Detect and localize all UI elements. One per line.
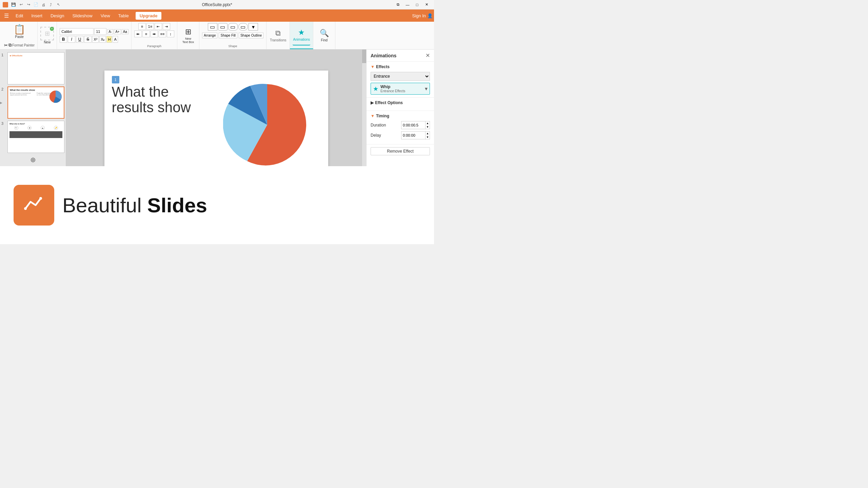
duration-up-button[interactable]: ▲ — [426, 121, 430, 125]
pie-chart — [223, 81, 311, 169]
duration-down-button[interactable]: ▼ — [426, 125, 430, 129]
paste-button[interactable]: 📋 Paste — [4, 23, 35, 39]
share-button[interactable]: ⤴ — [47, 1, 54, 8]
promo-text-bold: Slides — [147, 194, 207, 217]
effects-arrow: ▼ — [371, 64, 375, 69]
underline-button[interactable]: U — [76, 36, 83, 43]
effect-options-section: ▶ Effect Options — [367, 98, 434, 111]
font-name-input[interactable] — [60, 28, 94, 35]
scroll-thumb[interactable] — [362, 50, 366, 63]
svg-point-1 — [24, 207, 27, 210]
panel-close-button[interactable]: ✕ — [426, 52, 430, 59]
transitions-button[interactable]: ⧉ Transitions — [269, 25, 287, 46]
clear-format-button[interactable]: Aa — [122, 29, 129, 34]
slide-2-thumbnail[interactable]: What the results show We know security i… — [7, 86, 64, 119]
shape-fill-button[interactable]: Shape Fill — [219, 33, 237, 38]
rectangle-button[interactable]: ▭ — [208, 23, 217, 31]
slide-3-title-thumb: What else is there? — [9, 123, 62, 125]
slide-3-thumbnail[interactable]: What else is there? 🛡 ⚙ ☁ 🔑 — [7, 121, 64, 153]
align-right-button[interactable]: ➡ — [151, 31, 158, 37]
panel-header: Animations ✕ — [367, 50, 434, 62]
print-button[interactable]: 🖨 — [40, 1, 47, 8]
subscript-button[interactable]: X₂ — [99, 36, 106, 43]
add-slide-button[interactable]: ⊕ — [1, 155, 64, 164]
effects-header[interactable]: ▼ Effects — [371, 64, 430, 69]
slide-2-pie-thumb — [49, 90, 62, 103]
menu-view[interactable]: View — [97, 9, 114, 22]
upgrade-button[interactable]: Upgrade — [136, 12, 162, 20]
menu-design[interactable]: Design — [46, 9, 68, 22]
new-group: ⊞ + New — [38, 22, 57, 49]
new-text-box-button[interactable]: ⊞ NewText Box — [180, 25, 196, 46]
window-title: OfficeSuite.pptx* — [202, 2, 232, 7]
effect-type-select[interactable]: Entrance — [371, 72, 430, 81]
new-doc-button[interactable]: 📄 — [33, 1, 39, 8]
font-size-input[interactable] — [94, 28, 106, 35]
paste-label: Paste — [15, 35, 24, 39]
indent-decrease-button[interactable]: ⇤ — [155, 23, 162, 30]
numbered-list-button[interactable]: 1≡ — [146, 23, 154, 30]
copy-icon: ⧉ — [8, 42, 12, 48]
font-size-decrease[interactable]: A- — [107, 29, 113, 34]
effect-dropdown-icon[interactable]: ▾ — [425, 85, 428, 92]
remove-effect-button[interactable]: Remove Effect — [371, 147, 430, 155]
redo-button[interactable]: ↪ — [25, 1, 32, 8]
delay-down-button[interactable]: ▼ — [426, 135, 430, 139]
menu-slideshow[interactable]: Slideshow — [68, 9, 96, 22]
add-slide-icon: ⊕ — [30, 156, 36, 164]
close-button[interactable]: ✕ — [422, 1, 431, 8]
font-color-button[interactable]: A — [113, 36, 118, 43]
new-badge: + — [50, 27, 54, 31]
paste-icon: 📋 — [14, 24, 25, 35]
pointer-button[interactable]: ↖ — [55, 1, 62, 8]
arrange-button[interactable]: Arrange — [202, 33, 218, 38]
bullet-list-button[interactable]: ≡ — [138, 23, 146, 30]
tile-button[interactable]: ⧉ — [393, 1, 403, 8]
more-shapes-button[interactable]: ▾ — [249, 23, 258, 31]
line-spacing-button[interactable]: ↕ — [167, 31, 174, 37]
sign-in-button[interactable]: Sign In 👤 — [412, 13, 433, 18]
find-button[interactable]: 🔍 Find — [316, 25, 332, 46]
slide-1-thumbnail[interactable]: ■ OfficeSuite — [7, 52, 64, 84]
justify-button[interactable]: ≡≡ — [159, 31, 166, 37]
save-button[interactable]: 💾 — [10, 1, 17, 8]
indent-increase-button[interactable]: ⇥ — [163, 23, 170, 30]
pill-button[interactable]: ▭ — [238, 23, 248, 31]
slide-3-content: What else is there? 🛡 ⚙ ☁ 🔑 — [8, 121, 64, 153]
menu-edit[interactable]: Edit — [12, 9, 27, 22]
find-icon: 🔍 — [320, 29, 329, 38]
duration-row: Duration ▲ ▼ — [371, 121, 430, 129]
bold-button[interactable]: B — [60, 36, 67, 43]
strikethrough-button[interactable]: S — [84, 36, 92, 43]
align-left-button[interactable]: ⬅ — [134, 31, 142, 37]
format-painter-button[interactable]: Format Painter — [12, 43, 35, 47]
effect-item[interactable]: ★ Whip Entrance Effects ▾ — [371, 83, 430, 95]
menu-table[interactable]: Table — [114, 9, 133, 22]
paragraph-group: ≡ 1≡ ⇤ ⇥ ⬅ ≡ ➡ ≡≡ ↕ Paragraph — [132, 22, 177, 49]
italic-button[interactable]: I — [68, 36, 75, 43]
undo-button[interactable]: ↩ — [18, 1, 24, 8]
maximize-button[interactable]: □ — [412, 1, 422, 8]
effect-options-label: Effect Options — [375, 100, 403, 105]
new-button[interactable]: ⊞ + — [40, 27, 54, 40]
rounded-rect2-button[interactable]: ▭ — [228, 23, 238, 31]
transitions-group: ⧉ Transitions — [267, 22, 290, 49]
effect-options-header[interactable]: ▶ Effect Options — [371, 100, 430, 105]
minimize-button[interactable]: — — [403, 1, 412, 8]
slide-3-number: 3 — [1, 121, 6, 125]
rounded-rect-button[interactable]: ▭ — [218, 23, 228, 31]
duration-input[interactable] — [401, 121, 425, 129]
timing-header[interactable]: ▼ Timing — [371, 114, 430, 118]
font-size-increase[interactable]: A+ — [114, 29, 121, 34]
superscript-button[interactable]: X² — [92, 36, 99, 43]
duration-label: Duration — [371, 123, 386, 128]
highlight-button[interactable]: H — [106, 36, 112, 43]
animations-button[interactable]: ★ Animations — [293, 25, 310, 45]
slide-2-col1: We know security is important and suppor… — [10, 92, 35, 96]
align-center-button[interactable]: ≡ — [142, 31, 150, 37]
shape-outline-button[interactable]: Shape Outline — [239, 33, 263, 38]
delay-up-button[interactable]: ▲ — [426, 132, 430, 135]
hamburger-menu[interactable]: ☰ — [1, 9, 12, 22]
delay-input[interactable] — [401, 132, 425, 139]
menu-insert[interactable]: Insert — [27, 9, 46, 22]
